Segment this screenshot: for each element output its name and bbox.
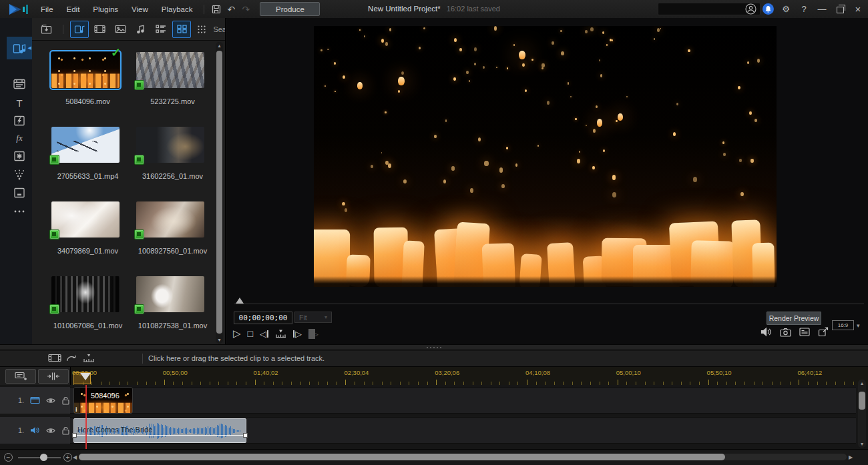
media-details-icon[interactable] [799, 328, 810, 336]
restore-window-button[interactable] [834, 3, 846, 15]
sidebar-item-transition-room[interactable] [7, 112, 32, 129]
library-menu-button[interactable] [193, 21, 212, 38]
library-item[interactable]: 1010827538_01.mov [130, 272, 215, 347]
snapshot-camera-icon[interactable] [780, 328, 791, 337]
video-clip-label: 5084096 [91, 392, 120, 400]
clip-thumbnail[interactable] [51, 127, 120, 163]
sidebar-item-template-room[interactable] [7, 75, 32, 93]
clip-thumbnail[interactable] [136, 201, 204, 238]
render-preview-button[interactable]: Render Preview [767, 312, 821, 325]
previous-frame-button[interactable]: ◁ [260, 329, 268, 339]
video-track-lane[interactable] [70, 387, 856, 414]
grid-view-button[interactable] [172, 21, 191, 38]
list-view-button[interactable] [152, 21, 171, 38]
zoom-fit-dropdown[interactable]: Fit ▾ [294, 312, 332, 323]
library-search-input[interactable]: Sea [213, 25, 225, 33]
zoom-slider-track[interactable] [18, 457, 61, 458]
sidebar-item-effect-room[interactable]: fx [7, 129, 32, 147]
sidebar-item-media-room[interactable]: ◀ [7, 37, 32, 59]
menu-file[interactable]: File [34, 1, 60, 18]
library-item[interactable]: 1008927560_01.mov [130, 197, 215, 272]
clip-trim-handle[interactable] [72, 433, 77, 438]
clip-thumbnail[interactable] [136, 127, 204, 163]
library-scrollbar[interactable]: ▴ ▾ [216, 42, 223, 344]
track-visibility-eye-icon[interactable] [46, 397, 55, 404]
menu-plugins[interactable]: Plugins [86, 1, 125, 18]
timeline-playhead-line[interactable] [85, 385, 87, 449]
redo-button[interactable]: ↷ [238, 2, 253, 17]
close-button[interactable]: × [852, 3, 864, 15]
track-visibility-eye-icon[interactable] [46, 427, 55, 434]
clip-thumbnail[interactable] [51, 276, 120, 312]
clip-thumbnail[interactable] [51, 201, 120, 238]
scrollbar-thumb[interactable] [79, 454, 725, 460]
notifications-bell-icon[interactable] [763, 3, 774, 15]
clip-thumbnail[interactable] [136, 52, 204, 88]
produce-button[interactable]: Produce [260, 2, 320, 16]
help-icon[interactable]: ? [798, 3, 810, 15]
settings-gear-icon[interactable]: ⚙ [780, 3, 792, 15]
filter-all-media-button[interactable] [70, 21, 89, 38]
account-avatar-icon[interactable] [744, 3, 756, 15]
library-item[interactable]: 1010067086_01.mov [45, 272, 130, 347]
scrollbar-thumb[interactable] [859, 392, 865, 410]
seek-handle[interactable] [236, 298, 244, 304]
zoom-in-button[interactable]: + [63, 453, 72, 462]
sidebar-item-title-room[interactable]: T [7, 94, 32, 111]
menu-edit[interactable]: Edit [60, 1, 87, 18]
sidebar-item-subtitle-room[interactable] [7, 184, 32, 201]
fit-timeline-button[interactable] [38, 369, 69, 384]
filter-video-button[interactable] [91, 21, 110, 38]
scroll-up-icon[interactable]: ▴ [858, 380, 866, 386]
seek-ruler-button[interactable] [275, 329, 286, 338]
aspect-ratio-selector[interactable]: 16:9 ▾ [832, 320, 860, 330]
playhead-marker[interactable] [80, 373, 91, 380]
play-button[interactable]: ▷ [233, 328, 241, 340]
timeline-audio-clip[interactable]: Here Comes The Bride [73, 418, 246, 443]
timecode-display[interactable]: 00;00;00;00 [234, 312, 292, 324]
scroll-right-icon[interactable]: ▶ [849, 454, 853, 460]
volume-keyframe-line[interactable] [74, 435, 246, 436]
sidebar-item-more[interactable] [7, 203, 32, 220]
library-item[interactable]: 5232725.mov [130, 48, 215, 123]
scrollbar-thumb[interactable] [216, 51, 222, 334]
minimize-button[interactable]: — [816, 3, 828, 15]
track-drop-hint-bar[interactable]: Click here or drag the selected clip to … [0, 351, 868, 367]
volume-icon[interactable] [761, 327, 772, 337]
filter-photo-button[interactable] [111, 21, 130, 38]
save-project-button[interactable] [209, 2, 224, 17]
library-item[interactable]: 31602256_01.mov [130, 123, 215, 197]
clip-thumbnail[interactable] [136, 276, 204, 312]
undock-window-icon[interactable] [818, 327, 829, 337]
library-item[interactable]: 34079869_01.mov [45, 197, 130, 272]
sidebar-item-overlay-room[interactable] [7, 147, 32, 165]
scroll-left-icon[interactable]: ◀ [73, 454, 77, 460]
scroll-down-icon[interactable]: ▾ [858, 441, 866, 447]
menu-view[interactable]: View [125, 1, 155, 18]
scroll-up-icon[interactable]: ▴ [216, 43, 223, 49]
menu-playback[interactable]: Playback [155, 1, 200, 18]
clip-thumbnail[interactable]: ✓ [51, 52, 120, 88]
library-item[interactable]: 27055633_01.mp4 [45, 123, 130, 197]
filter-music-button[interactable] [132, 21, 150, 38]
scroll-down-icon[interactable]: ▾ [216, 337, 223, 343]
zoom-out-button[interactable]: − [4, 453, 13, 462]
undo-button[interactable]: ↶ [224, 2, 238, 17]
panel-splitter-handle[interactable] [0, 344, 868, 350]
sidebar-item-particle-room[interactable] [7, 166, 32, 183]
seek-track[interactable] [234, 304, 864, 304]
stop-button[interactable]: □ [248, 328, 253, 339]
zoom-slider-thumb[interactable] [40, 454, 47, 461]
timeline-video-clip[interactable]: i 5084096 [73, 387, 133, 414]
collapse-arrow-icon[interactable]: ◀ [28, 45, 31, 51]
import-media-button[interactable] [37, 21, 56, 38]
track-lock-icon[interactable] [61, 396, 70, 405]
track-manager-button[interactable] [5, 369, 36, 384]
track-lock-icon[interactable] [61, 426, 70, 435]
fast-forward-button[interactable]: ▷▷ [308, 329, 315, 339]
timeline-ruler[interactable]: 00;00;0000;50;0001;40;0202;30;0403;20;06… [0, 367, 868, 386]
library-item[interactable]: ✓5084096.mov [45, 48, 130, 123]
timeline-vertical-scrollbar[interactable]: ▴ ▾ [858, 380, 866, 448]
next-frame-button[interactable]: ▷ [293, 329, 302, 339]
clip-trim-handle[interactable] [243, 433, 248, 438]
